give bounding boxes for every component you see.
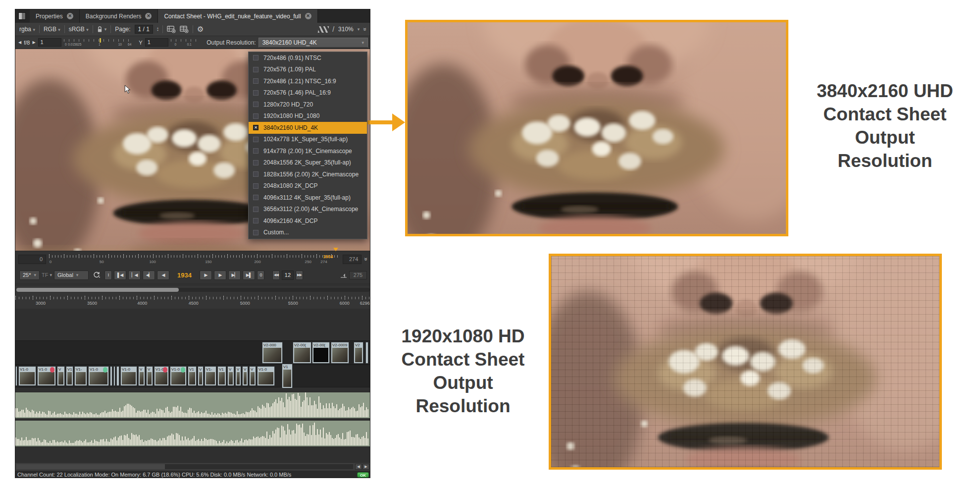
skip-back-button[interactable]: ◀◀ xyxy=(272,271,280,280)
timeline-clip[interactable]: V1-0 xyxy=(170,366,187,386)
timeline-clip[interactable]: V xyxy=(198,366,204,386)
tab-properties[interactable]: Properties ✕ xyxy=(30,9,80,23)
resolution-option[interactable]: 720x486 (1.21) NTSC_16:9 xyxy=(249,75,367,87)
scrollbar-track[interactable] xyxy=(16,464,353,469)
prev-stop-icon[interactable]: ◀ xyxy=(18,40,21,45)
close-icon[interactable]: ✕ xyxy=(145,13,152,19)
page-value[interactable]: 1 / 1 xyxy=(135,25,153,34)
resolution-option[interactable]: 914x778 (2.00) 1K_Cinemascope xyxy=(249,145,367,157)
more-chevrons-icon[interactable]: » xyxy=(363,258,370,261)
resolution-option[interactable]: 3656x3112 (2.00) 4K_Cinemascope xyxy=(249,204,367,216)
scrollbar-thumb[interactable] xyxy=(16,464,165,469)
timeline-clip[interactable]: V1 xyxy=(66,366,73,386)
layer-select[interactable]: RGB ▾ xyxy=(44,26,60,33)
timeline-clip[interactable] xyxy=(113,366,115,386)
next-frame-field[interactable]: 275 xyxy=(349,271,367,279)
play-backward-button[interactable]: ◀ xyxy=(157,271,169,280)
gamma-slider[interactable]: 0 0.1 xyxy=(171,38,198,47)
resolution-option[interactable]: 1920x1080 HD_1080 xyxy=(249,110,367,122)
scrollbar-thumb[interactable] xyxy=(16,288,179,292)
output-resolution-dropdown[interactable]: 3840x2160 UHD_4K ▾ xyxy=(258,38,368,48)
timeline-clip[interactable]: V1-0 xyxy=(18,366,36,386)
scroll-right-icon[interactable]: ▶ xyxy=(362,464,369,470)
range-end-input[interactable]: 274 xyxy=(343,255,361,264)
frame-ruler[interactable]: 1934 050100150200250274 xyxy=(49,252,340,267)
resolution-option[interactable]: 1024x778 1K_Super_35(full-ap) xyxy=(249,134,367,146)
resolution-option[interactable]: 2048x1556 2K_Super_35(full-ap) xyxy=(249,157,367,169)
resolution-option[interactable]: 1828x1556 (2.00) 2K_Cinemascope xyxy=(249,168,367,180)
timeline-clip[interactable]: V1- xyxy=(205,366,216,386)
timeline-clip[interactable]: V xyxy=(138,366,145,386)
timeline-clip[interactable]: V xyxy=(249,366,256,386)
go-to-start-button[interactable]: ▌◀ xyxy=(114,271,126,280)
page-spinner[interactable]: ▴▾ xyxy=(157,27,158,32)
more-chevrons-icon[interactable]: » xyxy=(362,28,369,31)
timeline-clip[interactable]: V2-0009 xyxy=(331,342,349,364)
render-missing-frames-icon[interactable] xyxy=(167,25,176,33)
timeline-clip[interactable]: V1-0 xyxy=(120,366,137,386)
gear-icon[interactable]: ⚙ xyxy=(197,25,204,34)
play-forward-button[interactable]: ▶ xyxy=(200,271,212,280)
scroll-left-icon[interactable]: ◀ xyxy=(355,464,362,470)
go-to-end-button[interactable]: ▶▌ xyxy=(243,271,255,280)
out-point-button[interactable]: 0 xyxy=(257,271,264,280)
resolution-option[interactable]: 1280x720 HD_720 xyxy=(249,99,367,110)
pane-layout-icon[interactable] xyxy=(18,12,26,20)
close-icon[interactable]: ✕ xyxy=(305,13,311,19)
channels-select[interactable]: rgba ▾ xyxy=(19,26,35,33)
prev-keyframe-button[interactable]: ▏◀ xyxy=(128,271,141,280)
timeline-top-scrollbar[interactable] xyxy=(16,288,370,292)
tab-background-renders[interactable]: Background Renders ✕ xyxy=(80,9,158,23)
next-stop-icon[interactable]: ▶ xyxy=(32,40,35,45)
lock-range-button[interactable]: ▾ xyxy=(97,26,107,33)
timeline-clip[interactable]: V xyxy=(235,366,241,386)
set-range-icon[interactable] xyxy=(340,272,347,278)
loop-mode-icon[interactable] xyxy=(93,271,101,278)
play-forward-fast-button[interactable]: ▶ xyxy=(214,271,226,280)
resolution-option[interactable]: 4096x3112 4K_Super_35(full-ap) xyxy=(249,192,367,204)
roi-icon[interactable]: / xyxy=(332,25,334,33)
timeline-clip[interactable]: V1-0 xyxy=(88,366,109,386)
timeline-clip[interactable]: V xyxy=(57,366,65,386)
resolution-option[interactable]: 720x486 (0.91) NTSC xyxy=(249,52,367,64)
timeline-clip[interactable] xyxy=(110,366,112,386)
zoom-level[interactable]: 310% xyxy=(338,26,354,33)
timeline-clip[interactable]: V1-0 xyxy=(154,366,169,386)
frame-increment-input[interactable]: 12 xyxy=(282,271,294,280)
resolution-option[interactable]: 720x576 (1.46) PAL_16:9 xyxy=(249,87,367,99)
resolution-option[interactable]: ✕3840x2160 UHD_4K xyxy=(249,122,367,134)
timeline-clip[interactable]: V1 xyxy=(282,364,293,388)
audio-track-a1[interactable] xyxy=(15,391,370,418)
timeline-clip[interactable]: V1- xyxy=(74,366,87,386)
timeline-clip[interactable]: V xyxy=(227,366,234,386)
timeline-clip[interactable]: V xyxy=(146,366,153,386)
gain-slider[interactable]: 0 0.015625 1 10 64 xyxy=(64,38,133,47)
resolution-option[interactable]: Custom... xyxy=(249,227,367,239)
step-back-button[interactable]: ◀▏ xyxy=(143,271,155,280)
current-frame[interactable]: 1934 xyxy=(177,271,192,279)
timeline-clip[interactable]: V1-0 xyxy=(257,366,275,386)
gamma-input[interactable]: 1 xyxy=(145,38,168,47)
timeline-clip[interactable]: V2-00( xyxy=(293,342,311,364)
timeline-clip[interactable] xyxy=(15,366,17,386)
tf-select[interactable]: TF▾ xyxy=(42,272,52,278)
close-icon[interactable]: ✕ xyxy=(67,13,73,19)
audio-track-a2[interactable] xyxy=(15,420,370,446)
resolution-option[interactable]: 4096x2160 4K_DCP xyxy=(249,215,367,227)
gain-slider-handle[interactable] xyxy=(100,38,101,43)
resolution-option[interactable]: 2048x1080 2K_DCP xyxy=(249,180,367,192)
timeline-clip[interactable]: V1-0 xyxy=(37,366,56,386)
timeline-clip[interactable] xyxy=(365,342,368,364)
tab-contact-sheet[interactable]: Contact Sheet - WHG_edit_nuke_feature_vi… xyxy=(158,9,317,23)
in-point-button[interactable]: I xyxy=(104,271,112,280)
proxy-toggle-icon[interactable] xyxy=(318,26,329,33)
timeline-clip[interactable]: V2-00( xyxy=(312,342,330,364)
gain-input[interactable]: 1 xyxy=(38,38,61,47)
timeline-clip[interactable] xyxy=(116,366,119,386)
resolution-option[interactable]: 720x576 (1.09) PAL xyxy=(249,64,367,76)
playhead[interactable]: 1934 xyxy=(323,251,338,260)
timeline-clip[interactable]: V2-000 xyxy=(262,342,283,364)
timeline-clip[interactable]: V1 xyxy=(217,366,226,386)
skip-forward-button[interactable]: ▶▶ xyxy=(296,271,303,280)
timeline-ruler[interactable]: 30003500400045005000550060006296 xyxy=(15,294,370,309)
